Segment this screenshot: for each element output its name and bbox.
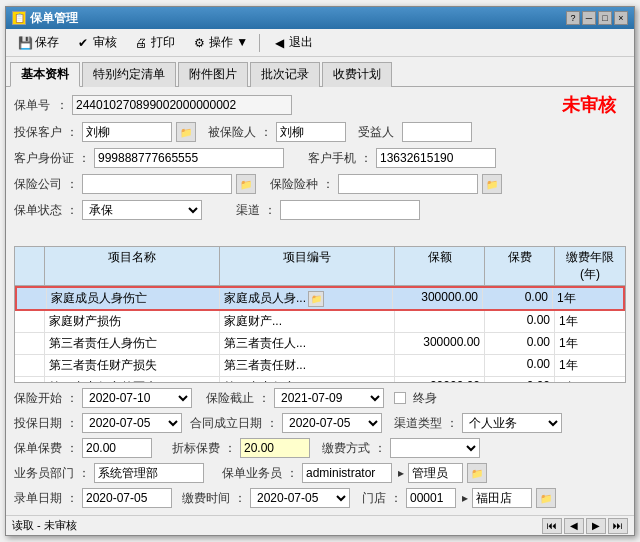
dept-input[interactable] [94, 463, 204, 483]
table-row[interactable]: 第三者责任人身伤亡 第三者责任人... 300000.00 0.00 1年 [15, 333, 625, 355]
cell-premium-2: 0.00 [485, 333, 555, 354]
payment-method-select[interactable] [390, 438, 480, 458]
store-code-input[interactable] [406, 488, 456, 508]
channel-label: 渠道 [236, 202, 260, 219]
store-label: 门店 [362, 490, 386, 507]
insurance-co-input[interactable] [82, 174, 232, 194]
col-term: 缴费年限(年) [555, 247, 625, 285]
cell-coverage-2: 300000.00 [395, 333, 485, 354]
row0-browse-btn[interactable]: 📁 [308, 291, 324, 307]
cell-num-2 [15, 333, 45, 354]
policy-status-select[interactable]: 承保 [82, 200, 202, 220]
policy-premium-label: 保单保费 [14, 440, 62, 457]
cell-premium-4: 0.00 [485, 377, 555, 382]
store-name-marker: ▸ [462, 491, 468, 505]
next-record-btn[interactable]: ▶ [586, 518, 606, 534]
record-store-row: 录单日期 ： 缴费时间 ： 2020-07-05 门店 ： ▸ 📁 [14, 487, 626, 509]
navigation-buttons: ⏮ ◀ ▶ ⏭ [542, 518, 628, 534]
insurance-co-browse-btn[interactable]: 📁 [236, 174, 256, 194]
close-btn[interactable]: × [614, 11, 628, 25]
insurance-table: 项目名称 项目编号 保额 保费 缴费年限(年) 家庭成员人身伤亡 家庭成员人身.… [14, 246, 626, 383]
save-button[interactable]: 💾 保存 [10, 32, 66, 54]
insured-person-label: 被保险人 [208, 124, 256, 141]
tab-batch-records[interactable]: 批次记录 [250, 62, 320, 87]
status-text: 读取 - 未审核 [12, 518, 77, 533]
terminal-checkbox[interactable] [394, 392, 406, 404]
toolbar: 💾 保存 ✔ 审核 🖨 打印 ⚙ 操作 ▼ ◀ 退出 [6, 29, 634, 57]
tab-payment-plan[interactable]: 收费计划 [322, 62, 392, 87]
tab-special-terms[interactable]: 特别约定清单 [82, 62, 176, 87]
policy-premium-input[interactable] [82, 438, 152, 458]
tab-attachments[interactable]: 附件图片 [178, 62, 248, 87]
end-date-select[interactable]: 2021-07-09 [274, 388, 384, 408]
contract-date-select[interactable]: 2020-07-05 [282, 413, 382, 433]
invest-date-select[interactable]: 2020-07-05 [82, 413, 182, 433]
insured-person-input[interactable] [276, 122, 346, 142]
cell-coverage-3 [395, 355, 485, 376]
last-record-btn[interactable]: ⏭ [608, 518, 628, 534]
minimize-btn[interactable]: ─ [582, 11, 596, 25]
cell-coverage-0: 300000.00 [393, 288, 483, 309]
cell-term-2: 1年 [555, 333, 625, 354]
toolbar-separator [259, 34, 260, 52]
start-date-select[interactable]: 2020-07-10 [82, 388, 192, 408]
table-row[interactable]: 第三者责任意外医疗 第三者责任意... 20000.00 0.00 1年 [15, 377, 625, 382]
prev-record-btn[interactable]: ◀ [564, 518, 584, 534]
insured-row: 投保客户 ： 📁 被保险人 ： 受益人 [14, 121, 626, 143]
id-card-input[interactable] [94, 148, 284, 168]
exit-button[interactable]: ◀ 退出 [264, 32, 320, 54]
audit-button[interactable]: ✔ 审核 [68, 32, 124, 54]
print-button[interactable]: 🖨 打印 [126, 32, 182, 54]
channel-input[interactable] [280, 200, 420, 220]
insurance-type-label: 保险险种 [270, 176, 318, 193]
agent-input[interactable] [302, 463, 392, 483]
phone-input[interactable] [376, 148, 496, 168]
cell-name-1: 家庭财产损伤 [45, 311, 220, 332]
channel-type-select[interactable]: 个人业务 [462, 413, 562, 433]
insured-input[interactable] [82, 122, 172, 142]
window-title: 保单管理 [30, 10, 78, 27]
cell-num-1 [15, 311, 45, 332]
insurance-co-label: 保险公司 [14, 176, 62, 193]
col-project-code: 项目编号 [220, 247, 395, 285]
dept-agent-row: 业务员部门 ： 保单业务员 ： ▸ 📁 [14, 462, 626, 484]
cell-num-3 [15, 355, 45, 376]
maximize-btn[interactable]: □ [598, 11, 612, 25]
cell-num-4 [15, 377, 45, 382]
channel-type-label: 渠道类型 [394, 415, 442, 432]
insurance-type-browse-btn[interactable]: 📁 [482, 174, 502, 194]
record-date-label: 录单日期 [14, 490, 62, 507]
store-browse-btn[interactable]: 📁 [536, 488, 556, 508]
id-card-label: 客户身份证 [14, 150, 74, 167]
invest-date-label: 投保日期 [14, 415, 62, 432]
table-row[interactable]: 家庭财产损伤 家庭财产... 0.00 1年 [15, 311, 625, 333]
pay-time-select[interactable]: 2020-07-05 [250, 488, 350, 508]
insured-colon: ： [66, 124, 78, 141]
beneficiary-input[interactable] [402, 122, 472, 142]
status-bar: 读取 - 未审核 ⏮ ◀ ▶ ⏭ [6, 515, 634, 535]
agent-name-marker: ▸ [398, 466, 404, 480]
action-button[interactable]: ⚙ 操作 ▼ [184, 32, 255, 54]
insurance-type-input[interactable] [338, 174, 478, 194]
table-row[interactable]: 家庭成员人身伤亡 家庭成员人身... 📁 300000.00 0.00 1年 [15, 286, 625, 311]
cell-term-0: 1年 [553, 288, 623, 309]
cell-name-2: 第三者责任人身伤亡 [45, 333, 220, 354]
cell-premium-1: 0.00 [485, 311, 555, 332]
table-row[interactable]: 第三者责任财产损失 第三者责任财... 0.00 1年 [15, 355, 625, 377]
insurance-row: 保险公司 ： 📁 保险险种 ： 📁 [14, 173, 626, 195]
discount-input[interactable] [240, 438, 310, 458]
policy-no-input[interactable] [72, 95, 292, 115]
cell-name-4: 第三者责任意外医疗 [45, 377, 220, 382]
agent-browse-btn[interactable]: 📁 [467, 463, 487, 483]
exit-icon: ◀ [271, 35, 287, 51]
policy-no-row: 保单号 ： 未审核 [14, 93, 626, 117]
pay-time-label: 缴费时间 [182, 490, 230, 507]
insured-browse-btn[interactable]: 📁 [176, 122, 196, 142]
record-date-input[interactable] [82, 488, 172, 508]
tab-basic-info[interactable]: 基本资料 [10, 62, 80, 87]
first-record-btn[interactable]: ⏮ [542, 518, 562, 534]
store-name-input[interactable] [472, 488, 532, 508]
cell-num-0 [17, 288, 47, 309]
agent-name-input[interactable] [408, 463, 463, 483]
help-btn[interactable]: ? [566, 11, 580, 25]
